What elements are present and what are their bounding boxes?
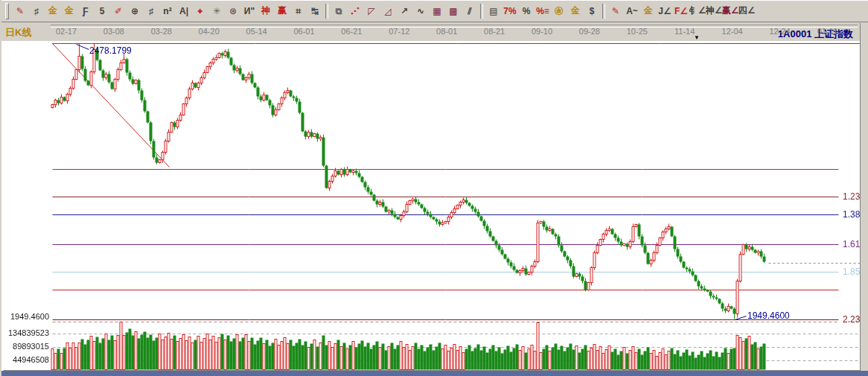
right-window-border: [860, 23, 868, 371]
kline-chart[interactable]: [1, 0, 868, 376]
window-bottom-border: [1, 371, 868, 376]
app-window: ✎♯金金Ƒ5✐⊕♯n²A|⌖✳⊛И"神赢⌗↹⧉⋰◸◿↗∿▦▩⫽▤7%%%≡㊎金$…: [0, 0, 868, 376]
